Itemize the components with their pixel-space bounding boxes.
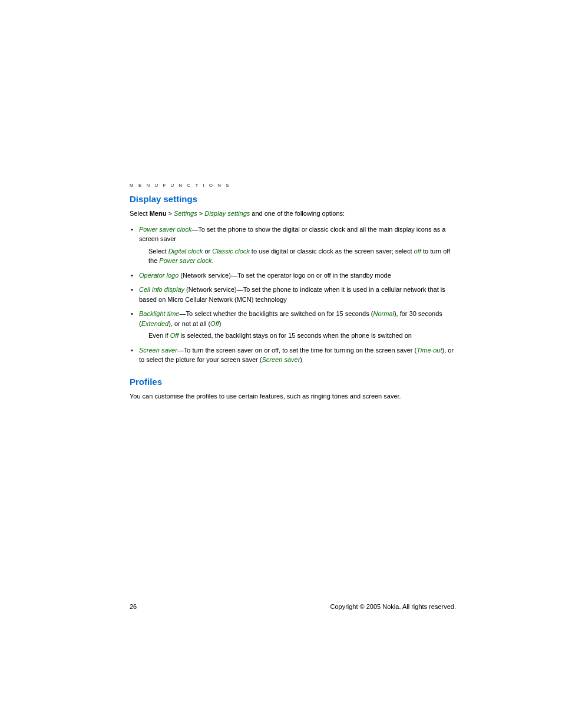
extended-label: Extended bbox=[141, 320, 168, 327]
display-settings-link: Display settings bbox=[204, 210, 250, 217]
menu-bold: Menu bbox=[150, 210, 167, 217]
normal-label: Normal bbox=[373, 310, 394, 317]
options-list: Power saver clock—To set the phone to sh… bbox=[130, 225, 456, 365]
off-label-2: Off bbox=[210, 320, 219, 327]
profiles-section: Profiles You can customise the profiles … bbox=[130, 377, 456, 401]
settings-link: Settings bbox=[174, 210, 197, 217]
time-out-label: Time-out bbox=[416, 347, 442, 354]
display-settings-section: Display settings Select Menu > Settings … bbox=[130, 194, 456, 365]
off-label-3: Off bbox=[170, 332, 179, 339]
profiles-description: You can customise the profiles to use ce… bbox=[130, 391, 456, 401]
screen-saver-ref: Screen saver bbox=[262, 356, 300, 363]
page: M e n u f u n c t i o n s Display settin… bbox=[0, 0, 562, 728]
cell-info-display-label: Cell info display bbox=[139, 286, 184, 293]
bullet-cell-info-display: Cell info display (Network service)—To s… bbox=[130, 285, 456, 304]
power-saver-sub: Select Digital clock or Classic clock to… bbox=[139, 246, 456, 266]
bullet-backlight-time: Backlight time—To select whether the bac… bbox=[130, 309, 456, 341]
classic-clock-label: Classic clock bbox=[212, 248, 250, 255]
display-settings-title: Display settings bbox=[130, 194, 456, 204]
copyright-text: Copyright © 2005 Nokia. All rights reser… bbox=[330, 603, 456, 610]
footer: 26 Copyright © 2005 Nokia. All rights re… bbox=[130, 603, 456, 610]
display-settings-intro: Select Menu > Settings > Display setting… bbox=[130, 209, 456, 219]
power-saver-clock-ref: Power saver clock bbox=[159, 257, 211, 264]
digital-clock-label: Digital clock bbox=[168, 248, 203, 255]
screen-saver-label: Screen saver bbox=[139, 347, 177, 354]
menu-functions-label: M e n u f u n c t i o n s bbox=[130, 183, 456, 188]
bullet-screen-saver: Screen saver—To turn the screen saver on… bbox=[130, 345, 456, 365]
backlight-time-label: Backlight time bbox=[139, 310, 179, 317]
off-label-1: off bbox=[414, 248, 421, 255]
content-area: M e n u f u n c t i o n s Display settin… bbox=[130, 183, 456, 401]
operator-logo-label: Operator logo bbox=[139, 272, 178, 279]
profiles-title: Profiles bbox=[130, 377, 456, 387]
bullet-power-saver-clock: Power saver clock—To set the phone to sh… bbox=[130, 225, 456, 266]
page-number: 26 bbox=[130, 603, 137, 610]
backlight-sub: Even if Off is selected, the backlight s… bbox=[139, 331, 456, 341]
bullet-operator-logo: Operator logo (Network service)—To set t… bbox=[130, 271, 456, 281]
power-saver-clock-label: Power saver clock bbox=[139, 226, 191, 233]
